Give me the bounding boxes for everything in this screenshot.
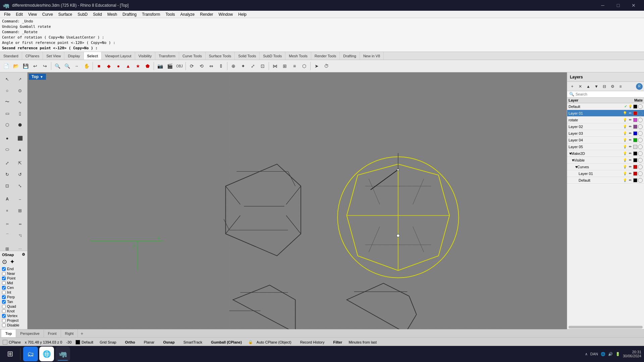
layer-row-curves-01[interactable]: Layer 01 💡 ✏ bbox=[567, 170, 644, 177]
layer-color-curves[interactable] bbox=[633, 165, 637, 169]
ly-delete[interactable]: ✕ bbox=[577, 83, 584, 90]
viewport-area[interactable]: Top ▼ y x bbox=[28, 72, 567, 329]
tab-drafting[interactable]: Drafting bbox=[340, 52, 360, 60]
layer-row-visible[interactable]: ▼ Visible 💡 ✏ bbox=[567, 157, 644, 164]
osnap-near-check[interactable] bbox=[2, 272, 6, 276]
osnap-knot[interactable]: Knot bbox=[2, 309, 25, 313]
layer-row-03[interactable]: Layer 03 💡 ✏ bbox=[567, 130, 644, 137]
layer-mat-make2d[interactable] bbox=[638, 151, 643, 156]
taskbar-rhino[interactable]: 🦏 bbox=[55, 347, 70, 361]
tab-surface-tools[interactable]: Surface Tools bbox=[206, 52, 235, 60]
layer-color-03[interactable] bbox=[633, 131, 637, 135]
close-button[interactable]: ✕ bbox=[626, 0, 641, 11]
vp-tab-front[interactable]: Front bbox=[44, 329, 61, 337]
lt-dots[interactable]: ⋯ bbox=[14, 243, 26, 251]
tb-obj[interactable]: OBJ bbox=[175, 61, 184, 71]
tab-standard[interactable]: Standard bbox=[0, 52, 22, 60]
lt-text[interactable]: A bbox=[1, 194, 13, 204]
tb-gumball[interactable]: ⊕ bbox=[229, 61, 238, 71]
layer-pencil-rotate[interactable]: ✏ bbox=[628, 118, 633, 122]
status-cplane[interactable]: CPlane bbox=[3, 340, 21, 345]
menu-drafting[interactable]: Drafting bbox=[120, 11, 139, 17]
planar-button[interactable]: Planar bbox=[142, 340, 157, 345]
layer-pencil-04[interactable]: ✏ bbox=[628, 138, 633, 142]
layer-color-default[interactable] bbox=[633, 105, 637, 109]
ortho-button[interactable]: Ortho bbox=[123, 340, 138, 345]
tb-zoom-ext[interactable]: ↔ bbox=[72, 61, 82, 71]
expand-make2d[interactable]: ▼ bbox=[569, 152, 571, 156]
status-recordhistory[interactable]: Record History bbox=[298, 340, 327, 345]
viewport-canvas[interactable]: y x bbox=[28, 72, 567, 329]
tb-new[interactable]: 📄 bbox=[1, 61, 11, 71]
osnap-end[interactable]: End bbox=[2, 267, 25, 271]
osnap-vertex-check[interactable] bbox=[2, 314, 6, 318]
status-gumball[interactable]: Gumball (CPlane) bbox=[209, 340, 244, 345]
lt-move2[interactable]: ⇱ bbox=[14, 158, 26, 168]
osnap-tan[interactable]: Tan bbox=[2, 300, 25, 304]
lt-curve[interactable]: 〜 bbox=[1, 97, 13, 107]
osnap-point[interactable]: Point bbox=[2, 276, 25, 280]
layer-row-02[interactable]: Layer 02 💡 ✏ bbox=[567, 123, 644, 130]
menu-solid[interactable]: Solid bbox=[90, 11, 105, 17]
maximize-button[interactable]: □ bbox=[610, 0, 626, 11]
osnap-disable-check[interactable] bbox=[2, 323, 6, 327]
layer-mat-curves[interactable] bbox=[638, 165, 643, 169]
tb-layer1[interactable]: ■ bbox=[94, 61, 104, 71]
tb-zoom-in[interactable]: 🔍 bbox=[53, 61, 62, 71]
layer-row-curves-default[interactable]: Default 💡 ✏ bbox=[567, 177, 644, 184]
tb-flip-v[interactable]: ⇕ bbox=[216, 61, 226, 71]
menu-help[interactable]: Help bbox=[235, 11, 249, 17]
osnap-button[interactable]: Osnap bbox=[161, 340, 177, 345]
menu-subd[interactable]: SubD bbox=[75, 11, 90, 17]
layer-pencil-02[interactable]: ✏ bbox=[628, 124, 633, 129]
vp-tab-top[interactable]: Top bbox=[1, 329, 16, 337]
osnap-quad-check[interactable] bbox=[2, 305, 6, 308]
tb-flip-h[interactable]: ⇔ bbox=[207, 61, 216, 71]
tb-arrow[interactable]: ➤ bbox=[312, 61, 321, 71]
tb-clock[interactable]: ⏱ bbox=[322, 61, 331, 71]
tb-redo[interactable]: ↪ bbox=[40, 61, 50, 71]
ly-settings[interactable]: ⚙ bbox=[609, 83, 616, 90]
osnap-mid-check[interactable] bbox=[2, 281, 6, 285]
tb-mirror[interactable]: ⋈ bbox=[270, 61, 280, 71]
start-button[interactable]: ⊞ bbox=[3, 347, 17, 361]
vp-tab-add[interactable]: + bbox=[78, 330, 86, 337]
tab-visibility[interactable]: Visibility bbox=[135, 52, 156, 60]
lt-block[interactable]: ⊞ bbox=[14, 205, 26, 216]
lt-select[interactable]: ↖ bbox=[1, 74, 13, 84]
ly-menu[interactable]: ≡ bbox=[617, 83, 624, 90]
layer-color-visible[interactable] bbox=[633, 158, 637, 162]
recordhistory-button[interactable]: Record History bbox=[298, 340, 327, 345]
layer-lock-01[interactable]: 💡 bbox=[623, 111, 627, 116]
lt-fillet[interactable]: ⌒ bbox=[1, 230, 13, 241]
status-ortho[interactable]: Ortho bbox=[123, 340, 138, 345]
lt-box[interactable]: ⬛ bbox=[14, 133, 26, 143]
gumball-button[interactable]: Gumball (CPlane) bbox=[209, 340, 244, 345]
tb-align[interactable]: ≡ bbox=[290, 61, 299, 71]
tab-set-view[interactable]: Set View bbox=[43, 52, 64, 60]
tab-subd-tools[interactable]: SubD Tools bbox=[260, 52, 285, 60]
status-autocplane[interactable]: 🔒 Auto CPlane (Object) bbox=[248, 340, 294, 345]
osnap-none[interactable]: ✦ bbox=[10, 258, 15, 265]
lt-scale[interactable]: ⊡ bbox=[1, 180, 13, 191]
layer-row-curves[interactable]: ▼ Curves 💡 ✏ bbox=[567, 164, 644, 170]
layer-lock-curves-default[interactable]: 💡 bbox=[623, 178, 627, 183]
tb-open[interactable]: 📂 bbox=[11, 61, 20, 71]
layer-pencil-make2d[interactable]: ✏ bbox=[628, 151, 633, 156]
status-osnap[interactable]: Osnap bbox=[161, 340, 177, 345]
lt-rect2[interactable]: ▯ bbox=[14, 108, 26, 119]
lt-circle2[interactable]: ⊙ bbox=[14, 85, 26, 96]
lt-dim[interactable]: ↔ bbox=[14, 194, 26, 204]
osnap-mid[interactable]: Mid bbox=[2, 281, 25, 285]
status-filter[interactable]: Filter bbox=[331, 340, 344, 345]
tb-rotate-cw[interactable]: ⟳ bbox=[187, 61, 197, 71]
layer-row-01[interactable]: Layer 01 💡 ✏ bbox=[567, 110, 644, 117]
layer-row-04[interactable]: Layer 04 💡 ✏ bbox=[567, 137, 644, 143]
filter-button[interactable]: Filter bbox=[331, 340, 344, 345]
tab-transform[interactable]: Transform bbox=[155, 52, 179, 60]
osnap-int-check[interactable] bbox=[2, 291, 6, 294]
lt-chamfer[interactable]: ◹ bbox=[14, 230, 26, 241]
layer-mat-default[interactable] bbox=[638, 104, 643, 109]
layer-pencil-visible[interactable]: ✏ bbox=[628, 158, 633, 163]
lt-sphere[interactable]: ● bbox=[1, 133, 13, 143]
